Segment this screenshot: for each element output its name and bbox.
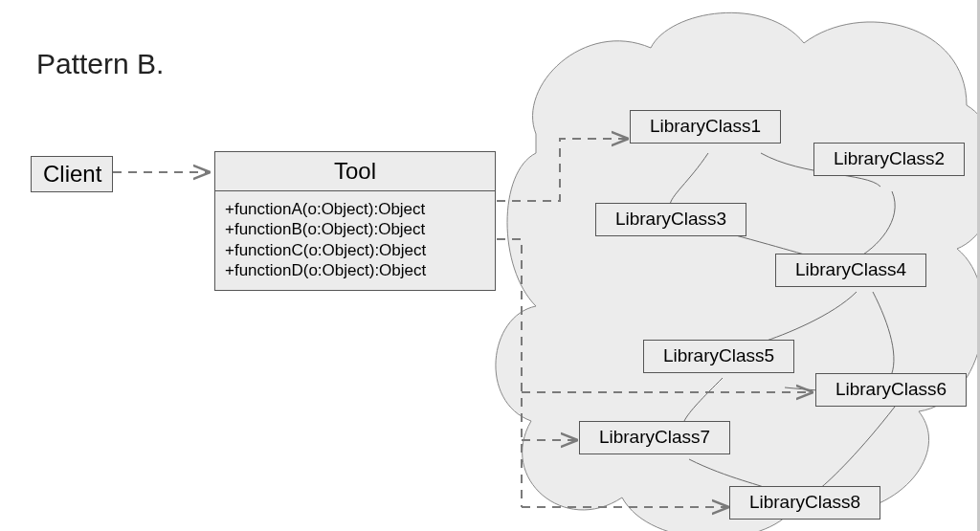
library-class-8: LibraryClass8 <box>729 486 880 520</box>
tool-method: +functionC(o:Object):Object <box>225 240 485 260</box>
library-class-4: LibraryClass4 <box>775 254 926 287</box>
tool-class-name: Tool <box>215 152 495 191</box>
library-class-3: LibraryClass3 <box>595 203 746 236</box>
library-class-1: LibraryClass1 <box>630 110 781 144</box>
library-class-5: LibraryClass5 <box>643 340 794 373</box>
library-class-6: LibraryClass6 <box>815 373 967 407</box>
tool-method: +functionB(o:Object):Object <box>225 219 485 239</box>
tool-method: +functionA(o:Object):Object <box>225 199 485 219</box>
tool-method-list: +functionA(o:Object):Object +functionB(o… <box>215 191 495 290</box>
tool-class-box: Tool +functionA(o:Object):Object +functi… <box>214 151 496 291</box>
library-class-7: LibraryClass7 <box>579 421 730 454</box>
diagram-title: Pattern B. <box>36 48 164 80</box>
dep-tool-to-lib1 <box>497 139 627 201</box>
client-class-box: Client <box>31 156 113 192</box>
library-class-2: LibraryClass2 <box>813 143 965 176</box>
dep-trunk <box>497 239 522 507</box>
tool-method: +functionD(o:Object):Object <box>225 260 485 280</box>
